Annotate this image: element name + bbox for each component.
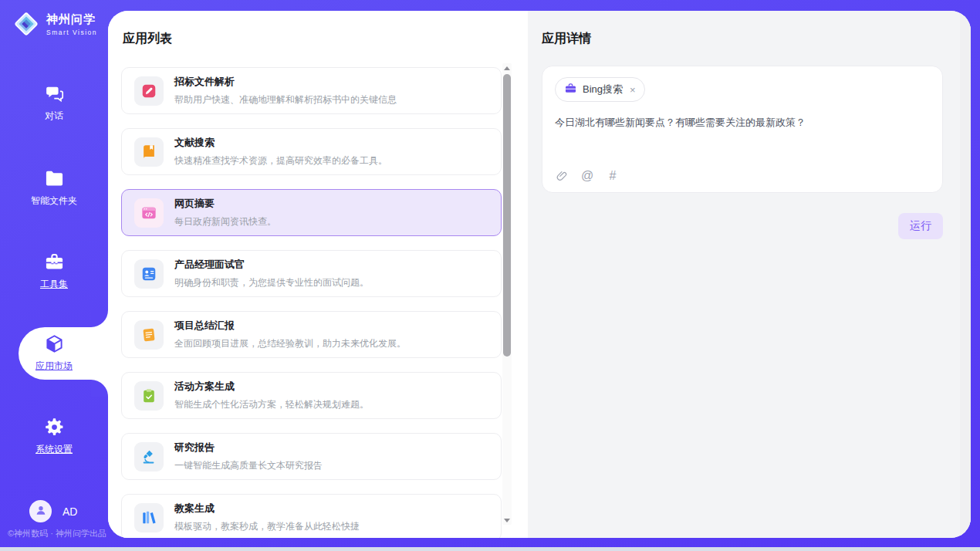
user-name: AD <box>63 505 77 518</box>
user-chip[interactable]: AD <box>29 500 77 522</box>
app-list-panel: 应用列表 招标文件解析 帮助用户快速、准确地理解和解析招标书中的关键信息 文献搜… <box>108 11 528 538</box>
sidebar-item-label: 应用市场 <box>35 360 73 373</box>
tool-tag-bing-search[interactable]: Bing搜索 × <box>555 77 645 102</box>
app-item-title: 招标文件解析 <box>174 75 397 89</box>
app-list-item[interactable]: 产品经理面试官 明确身份和职责，为您提供专业性的面试问题。 <box>121 250 502 297</box>
brand-logo: 神州问学 Smart Vision <box>12 10 97 38</box>
book-icon <box>134 137 164 167</box>
sidebar-item-3[interactable]: 工具集 <box>0 252 108 291</box>
prompt-card: Bing搜索 × 今日湖北有哪些新闻要点？有哪些需要关注的最新政策？ @# <box>542 66 943 193</box>
app-list-item[interactable]: 活动方案生成 智能生成个性化活动方案，轻松解决规划难题。 <box>121 372 502 419</box>
avatar <box>29 500 52 522</box>
app-item-description: 一键智能生成高质量长文本研究报告 <box>174 459 323 472</box>
books-icon <box>134 503 164 532</box>
app-list-item[interactable]: 研究报告 一键智能生成高质量长文本研究报告 <box>121 433 502 480</box>
app-detail-title: 应用详情 <box>542 31 943 47</box>
clipboard-check-icon <box>134 381 164 411</box>
app-item-description: 全面回顾项目进展，总结经验教训，助力未来优化发展。 <box>174 337 406 350</box>
web-code-icon <box>134 198 164 228</box>
sidebar-item-4[interactable]: 应用市场 <box>0 333 108 373</box>
document-edit-icon <box>134 76 164 106</box>
sidebar-item-1[interactable]: 对话 <box>0 83 108 123</box>
bubble-curve-top <box>91 310 108 327</box>
cube-icon <box>44 333 65 354</box>
app-item-description: 快速精准查找学术资源，提高研究效率的必备工具。 <box>174 154 387 167</box>
app-list-title: 应用列表 <box>123 31 502 47</box>
paperclip-icon[interactable] <box>555 169 569 183</box>
detail-scrollbar-track[interactable] <box>960 11 971 538</box>
app-detail-panel: 应用详情 Bing搜索 × 今日湖北有哪些新闻要点？有哪些需要关注的最新政策？ … <box>528 11 971 538</box>
app-list-item[interactable]: 项目总结汇报 全面回顾项目进展，总结经验教训，助力未来优化发展。 <box>121 311 502 358</box>
diamond-logo-icon <box>12 10 40 38</box>
run-button[interactable]: 运行 <box>898 213 943 239</box>
app-list-item[interactable]: 网页摘要 每日政府新闻资讯快查。 <box>121 189 502 236</box>
sidebar-item-5[interactable]: 系统设置 <box>0 417 108 456</box>
app-item-title: 产品经理面试官 <box>174 258 369 272</box>
app-item-description: 智能生成个性化活动方案，轻松解决规划难题。 <box>174 398 369 411</box>
sidebar: 神州问学 Smart Vision 对话 智能文件夹 工具集 应用市场 系统设置… <box>0 0 108 547</box>
sidebar-item-2[interactable]: 智能文件夹 <box>0 168 108 208</box>
topic-icon[interactable]: # <box>606 169 620 183</box>
app-item-description: 帮助用户快速、准确地理解和解析招标书中的关键信息 <box>174 93 397 106</box>
app-item-description: 模板驱动，教案秒成，教学准备从此轻松快捷 <box>174 520 360 533</box>
gear-icon <box>44 417 65 438</box>
app-item-description: 明确身份和职责，为您提供专业性的面试问题。 <box>174 276 369 289</box>
mention-icon[interactable]: @ <box>580 169 594 183</box>
copyright-footer: ©神州数码 · 神州问学出品 <box>8 528 106 539</box>
sidebar-item-label: 智能文件夹 <box>31 194 77 208</box>
app-item-title: 网页摘要 <box>174 197 276 211</box>
folder-icon <box>44 168 65 189</box>
brand-subtitle: Smart Vision <box>46 29 97 36</box>
research-icon <box>134 442 164 472</box>
briefcase-icon <box>564 82 577 98</box>
app-list: 招标文件解析 帮助用户快速、准确地理解和解析招标书中的关键信息 文献搜索 快速精… <box>121 67 502 538</box>
app-item-title: 教案生成 <box>174 502 360 516</box>
sidebar-item-label: 对话 <box>45 110 63 123</box>
scroll-up-arrow-icon[interactable] <box>502 63 512 73</box>
main-content-card: 应用列表 招标文件解析 帮助用户快速、准确地理解和解析招标书中的关键信息 文献搜… <box>108 11 971 538</box>
app-item-title: 研究报告 <box>174 441 323 455</box>
tool-tag-label: Bing搜索 <box>583 83 623 96</box>
app-item-title: 文献搜索 <box>174 136 387 150</box>
prompt-input[interactable]: 今日湖北有哪些新闻要点？有哪些需要关注的最新政策？ <box>555 115 930 130</box>
app-list-item[interactable]: 教案生成 模板驱动，教案秒成，教学准备从此轻松快捷 <box>121 494 502 538</box>
scrollbar-thumb[interactable] <box>503 74 511 357</box>
interview-icon <box>134 259 164 289</box>
sidebar-item-label: 工具集 <box>40 278 68 291</box>
app-item-title: 项目总结汇报 <box>174 319 406 333</box>
chat-icon <box>44 83 65 104</box>
app-list-item[interactable]: 招标文件解析 帮助用户快速、准确地理解和解析招标书中的关键信息 <box>121 67 502 114</box>
app-list-scrollbar[interactable] <box>502 63 512 525</box>
run-row: 运行 <box>542 213 943 239</box>
window-bottom-edge <box>0 547 980 551</box>
summary-note-icon <box>134 320 164 350</box>
scroll-down-arrow-icon[interactable] <box>502 516 512 525</box>
brand-name: 神州问学 <box>46 12 97 27</box>
attachment-toolbar: @# <box>555 169 620 183</box>
toolbox-icon <box>44 252 65 272</box>
bubble-curve-bottom <box>91 380 108 397</box>
app-list-item[interactable]: 文献搜索 快速精准查找学术资源，提高研究效率的必备工具。 <box>121 128 502 175</box>
sidebar-item-label: 系统设置 <box>35 443 73 456</box>
remove-tool-icon[interactable]: × <box>630 84 636 96</box>
user-icon <box>34 503 48 520</box>
app-item-description: 每日政府新闻资讯快查。 <box>174 215 276 228</box>
app-item-title: 活动方案生成 <box>174 380 369 394</box>
